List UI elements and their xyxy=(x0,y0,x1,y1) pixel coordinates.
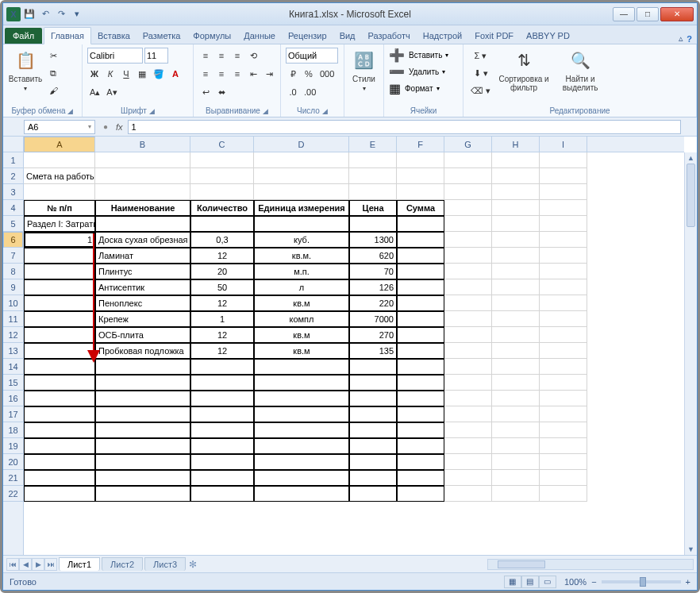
column-header-D[interactable]: D xyxy=(254,137,349,152)
cell[interactable] xyxy=(349,406,397,422)
vertical-scrollbar[interactable]: ▲ ▼ xyxy=(684,152,697,555)
cell[interactable] xyxy=(397,406,444,422)
cell[interactable] xyxy=(95,438,190,454)
cell[interactable] xyxy=(492,264,540,279)
tab-abbyy[interactable]: ABBYY PD xyxy=(520,28,576,44)
cell[interactable]: Цена xyxy=(349,200,397,216)
maximize-button[interactable]: □ xyxy=(637,7,659,21)
column-header-G[interactable]: G xyxy=(444,137,492,152)
cell[interactable] xyxy=(254,152,349,168)
row-header-16[interactable]: 16 xyxy=(3,391,23,406)
cell[interactable]: 220 xyxy=(349,295,397,311)
merge-cells-icon[interactable]: ⬌ xyxy=(214,84,229,100)
cell[interactable] xyxy=(95,168,190,184)
cell[interactable] xyxy=(492,295,540,311)
cell[interactable] xyxy=(349,486,397,502)
cell[interactable]: 270 xyxy=(349,327,397,343)
sheet-tab-3[interactable]: Лист3 xyxy=(144,557,186,571)
cell[interactable] xyxy=(190,152,254,168)
cell[interactable] xyxy=(95,486,190,502)
tab-view[interactable]: Вид xyxy=(333,28,362,44)
column-header-A[interactable]: A xyxy=(24,137,95,152)
row-header-18[interactable]: 18 xyxy=(3,422,23,438)
dialog-launcher-icon[interactable]: ◢ xyxy=(149,107,155,115)
cell[interactable] xyxy=(444,438,492,454)
bold-button[interactable]: Ж xyxy=(87,66,102,82)
cell[interactable] xyxy=(190,406,254,422)
cell[interactable] xyxy=(349,184,397,200)
cell[interactable] xyxy=(24,438,95,454)
cell[interactable] xyxy=(540,454,587,470)
currency-icon[interactable]: ₽ xyxy=(286,66,300,82)
cell[interactable] xyxy=(24,486,95,502)
cell[interactable] xyxy=(397,359,444,375)
clear-icon[interactable]: ⌫ ▾ xyxy=(468,83,493,98)
help-icon[interactable]: ? xyxy=(687,34,692,44)
cell[interactable] xyxy=(190,391,254,406)
row-header-13[interactable]: 13 xyxy=(3,343,23,359)
cell[interactable] xyxy=(24,375,95,391)
cell[interactable] xyxy=(349,454,397,470)
cell[interactable] xyxy=(397,375,444,391)
tab-layout[interactable]: Разметка xyxy=(137,28,187,44)
column-header-I[interactable]: I xyxy=(540,137,587,152)
sheet-tab-1[interactable]: Лист1 xyxy=(59,557,100,571)
cell[interactable] xyxy=(540,359,587,375)
row-header-14[interactable]: 14 xyxy=(3,359,23,375)
cell[interactable] xyxy=(24,184,95,200)
font-size-select[interactable] xyxy=(144,48,168,64)
row-header-4[interactable]: 4 xyxy=(3,200,23,216)
sheet-nav-first-icon[interactable]: ⏮ xyxy=(6,558,19,571)
page-layout-view-icon[interactable]: ▤ xyxy=(521,576,539,588)
cell[interactable] xyxy=(24,454,95,470)
sort-filter-button[interactable]: ⇅ Сортировка и фильтр xyxy=(496,48,552,92)
cell[interactable]: № п/п xyxy=(24,200,95,216)
cell[interactable] xyxy=(95,470,190,486)
cell[interactable] xyxy=(492,375,540,391)
cell[interactable]: 1300 xyxy=(349,232,397,248)
cell[interactable] xyxy=(444,200,492,216)
increase-decimal-icon[interactable]: .00 xyxy=(302,84,318,100)
cell[interactable] xyxy=(397,327,444,343)
cell[interactable] xyxy=(540,391,587,406)
cell[interactable] xyxy=(444,216,492,232)
cell[interactable] xyxy=(24,359,95,375)
cell[interactable] xyxy=(397,264,444,279)
cell[interactable] xyxy=(24,279,95,295)
cell[interactable]: 620 xyxy=(349,248,397,264)
number-format-select[interactable] xyxy=(286,48,338,64)
cell[interactable] xyxy=(349,359,397,375)
align-top-icon[interactable]: ≡ xyxy=(198,48,213,64)
cell[interactable]: Крепеж xyxy=(95,311,190,327)
cell[interactable] xyxy=(444,168,492,184)
cell[interactable] xyxy=(397,295,444,311)
tab-review[interactable]: Рецензир xyxy=(282,28,333,44)
cell[interactable] xyxy=(492,406,540,422)
cell[interactable] xyxy=(24,406,95,422)
delete-cells-button[interactable]: ➖Удалить▾ xyxy=(389,64,445,79)
cell[interactable] xyxy=(95,359,190,375)
column-header-F[interactable]: F xyxy=(397,137,444,152)
autosum-icon[interactable]: Σ ▾ xyxy=(468,48,493,64)
fill-icon[interactable]: ⬇ ▾ xyxy=(468,65,493,81)
cell[interactable]: 70 xyxy=(349,264,397,279)
cell[interactable] xyxy=(95,391,190,406)
cell[interactable] xyxy=(349,438,397,454)
normal-view-icon[interactable]: ▦ xyxy=(504,576,521,588)
cell[interactable] xyxy=(349,152,397,168)
ribbon-minimize-icon[interactable]: ▵ xyxy=(679,33,683,44)
cell[interactable] xyxy=(397,216,444,232)
cell[interactable]: м.п. xyxy=(254,264,349,279)
cell[interactable] xyxy=(254,168,349,184)
page-break-view-icon[interactable]: ▭ xyxy=(539,576,556,588)
align-right-icon[interactable]: ≡ xyxy=(230,66,244,82)
cell[interactable] xyxy=(349,391,397,406)
cell[interactable]: Ламинат xyxy=(95,248,190,264)
cell[interactable] xyxy=(397,470,444,486)
dialog-launcher-icon[interactable]: ◢ xyxy=(322,107,328,115)
comma-icon[interactable]: 000 xyxy=(317,66,337,82)
cell[interactable] xyxy=(492,311,540,327)
cell[interactable] xyxy=(444,279,492,295)
indent-decrease-icon[interactable]: ⇤ xyxy=(246,66,260,82)
cell[interactable] xyxy=(444,375,492,391)
